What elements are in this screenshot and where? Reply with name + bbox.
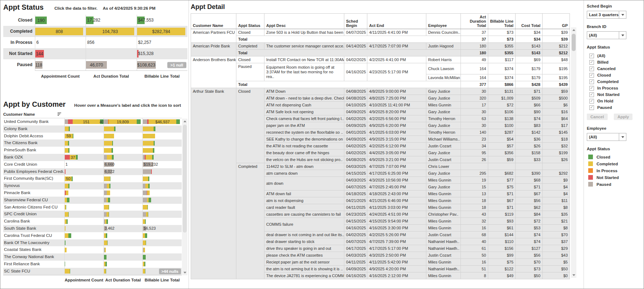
filter-checkbox-canceled[interactable]: ✓Canceled bbox=[589, 65, 642, 72]
bar-segment-green[interactable] bbox=[68, 233, 72, 238]
bar-segment-gray[interactable] bbox=[104, 191, 107, 195]
bar-segment-green[interactable] bbox=[109, 212, 109, 217]
detail-table-scrollbar[interactable] bbox=[571, 27, 576, 278]
measure-label[interactable]: Appointment Count bbox=[64, 278, 104, 282]
measure-label[interactable]: Appointment Count bbox=[35, 74, 86, 78]
sort-icon[interactable] bbox=[57, 112, 62, 116]
bar-segment-yellow[interactable] bbox=[104, 240, 108, 245]
bar-segment-green[interactable] bbox=[107, 240, 108, 245]
bar-segment-yellow[interactable] bbox=[143, 127, 154, 131]
bar-segment-yellow[interactable]: 151 bbox=[73, 119, 100, 124]
bar-segment-green[interactable] bbox=[112, 148, 113, 153]
sched-begin-dropdown[interactable]: Last 3 quarters bbox=[587, 11, 626, 19]
bar-segment-green[interactable] bbox=[145, 233, 147, 238]
bar-segment-yellow[interactable] bbox=[65, 233, 68, 238]
column-header[interactable]: Appt Status bbox=[236, 14, 264, 29]
bar-segment-yellow[interactable] bbox=[104, 134, 114, 138]
scroll-up-arrow[interactable] bbox=[182, 119, 187, 124]
bar-segment-green[interactable] bbox=[106, 219, 108, 224]
bar-segment-green[interactable] bbox=[109, 205, 109, 210]
legend-item[interactable]: Not Started bbox=[588, 174, 642, 181]
bar-segment-green[interactable] bbox=[65, 240, 65, 245]
bar-segment-yellow[interactable] bbox=[65, 141, 68, 146]
bar-segment-green[interactable] bbox=[72, 176, 72, 181]
bar-segment-red[interactable] bbox=[151, 169, 152, 174]
bar-segment-green[interactable] bbox=[146, 240, 146, 245]
filter-checkbox-closed[interactable]: ✓Closed bbox=[589, 72, 642, 78]
bar-segment-green[interactable] bbox=[110, 176, 110, 181]
bar-segment-gray[interactable] bbox=[104, 198, 107, 202]
bar-segment-gray[interactable] bbox=[143, 191, 147, 195]
bar-segment-yellow[interactable] bbox=[143, 141, 154, 146]
bar-segment-yellow[interactable] bbox=[143, 240, 146, 245]
bar-segment-green[interactable] bbox=[145, 219, 146, 224]
filter-checkbox-paused[interactable]: ✓Paused bbox=[589, 104, 642, 111]
bar-segment-yellow[interactable]: 19,809 bbox=[109, 119, 137, 124]
bar-segment-gray[interactable] bbox=[143, 169, 151, 174]
employee-dropdown[interactable]: (All) bbox=[587, 133, 626, 141]
bar-segment-green[interactable] bbox=[144, 262, 145, 266]
bar-segment-gray[interactable] bbox=[65, 119, 68, 124]
bar-segment-yellow[interactable] bbox=[105, 248, 106, 252]
bar-segment-green[interactable] bbox=[154, 141, 154, 146]
bar-segment-yellow[interactable] bbox=[146, 155, 152, 160]
bar-segment-yellow[interactable] bbox=[104, 148, 112, 153]
bar-segment-green[interactable] bbox=[154, 127, 155, 131]
bar-segment-green[interactable] bbox=[152, 155, 154, 160]
bar-segment-yellow[interactable] bbox=[65, 248, 67, 252]
bar-segment-green[interactable] bbox=[68, 148, 69, 153]
bar-segment-yellow[interactable] bbox=[144, 248, 145, 252]
bar-segment-green[interactable] bbox=[68, 141, 69, 146]
bar-segment-yellow[interactable] bbox=[107, 191, 110, 195]
bar-segment-yellow[interactable] bbox=[143, 134, 155, 138]
bar-segment-green[interactable] bbox=[109, 184, 110, 188]
scrollbar-thumb[interactable] bbox=[572, 34, 576, 51]
customer-list-scrollbar[interactable] bbox=[182, 119, 187, 275]
bar-segment-gray[interactable] bbox=[104, 155, 107, 160]
bar-segment-green[interactable] bbox=[68, 184, 69, 188]
bar-segment-green[interactable] bbox=[112, 155, 113, 160]
scroll-up-arrow[interactable] bbox=[571, 27, 576, 33]
bar-segment-yellow[interactable]: $282,784 bbox=[137, 28, 186, 35]
bar-segment-red[interactable] bbox=[65, 169, 65, 174]
bar-segment-yellow[interactable] bbox=[65, 127, 69, 131]
scroll-down-arrow[interactable] bbox=[182, 270, 187, 275]
bar-segment-yellow[interactable] bbox=[66, 191, 68, 195]
bar-segment-yellow[interactable] bbox=[65, 148, 68, 153]
bar-segment-yellow[interactable] bbox=[104, 141, 113, 146]
bar-segment-green[interactable] bbox=[148, 212, 148, 217]
apply-button[interactable]: Apply bbox=[614, 114, 632, 120]
bar-segment-yellow[interactable]: 59 bbox=[65, 134, 73, 138]
bar-segment-gray[interactable]: 118 bbox=[35, 61, 42, 69]
bar-segment-yellow[interactable] bbox=[107, 155, 112, 160]
measure-label[interactable]: Act Duration Total bbox=[86, 74, 136, 78]
bar-segment-gray[interactable] bbox=[104, 119, 108, 124]
bar-segment-green[interactable] bbox=[108, 198, 110, 202]
bar-segment-yellow[interactable] bbox=[104, 205, 109, 210]
bar-segment-yellow[interactable] bbox=[147, 191, 149, 195]
filter-checkbox-on-hold[interactable]: ✓On Hold bbox=[589, 98, 642, 104]
bar-segment-gray[interactable]: 46,070 bbox=[86, 61, 107, 69]
column-header[interactable]: Appt Desc bbox=[264, 14, 344, 29]
bar-segment-green[interactable] bbox=[112, 141, 113, 146]
null-indicator-badge[interactable]: >1 null bbox=[167, 62, 186, 68]
bar-segment-green[interactable] bbox=[149, 198, 151, 202]
bar-segment-green[interactable] bbox=[106, 233, 107, 238]
bar-segment-red[interactable]: 144 bbox=[35, 50, 44, 58]
bar-segment-yellow[interactable] bbox=[145, 184, 149, 188]
bar-segment-green[interactable]: 190 bbox=[35, 17, 47, 24]
bar-segment-yellow[interactable]: $46,937 bbox=[149, 119, 176, 124]
bar-segment-green[interactable] bbox=[176, 119, 180, 124]
scroll-down-arrow[interactable] bbox=[571, 272, 576, 278]
column-header[interactable]: Sched Begin bbox=[344, 14, 367, 29]
bar-segment-green[interactable] bbox=[66, 205, 66, 210]
bar-segment-yellow[interactable] bbox=[65, 184, 68, 188]
measure-label[interactable]: Billable Line Total bbox=[137, 74, 187, 78]
measure-label[interactable]: Act Duration Total bbox=[104, 278, 143, 282]
bar-segment-green[interactable] bbox=[70, 269, 70, 274]
bar-segment-green[interactable] bbox=[137, 119, 141, 124]
bar-segment-gray[interactable] bbox=[104, 212, 107, 217]
bar-segment-yellow[interactable] bbox=[143, 148, 153, 153]
bar-segment-green[interactable] bbox=[76, 155, 77, 160]
bar-segment-green[interactable] bbox=[68, 212, 69, 217]
